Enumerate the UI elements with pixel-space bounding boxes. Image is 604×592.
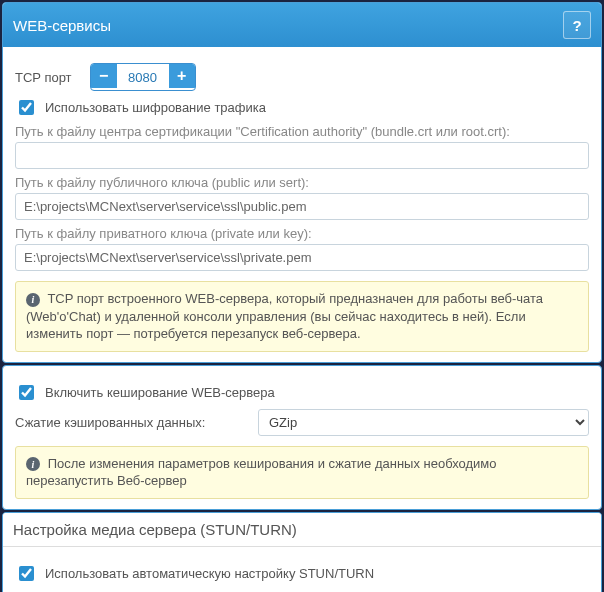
web-services-title: WEB-сервисы [13,17,111,34]
web-services-header: WEB-сервисы ? [3,3,601,47]
auto-stun-checkbox[interactable] [19,566,34,581]
cache-label: Включить кеширование WEB-сервера [45,385,275,400]
public-key-label: Путь к файлу публичного ключа (public ил… [15,175,589,190]
web-services-panel: WEB-сервисы ? TCP порт − + Использовать … [2,2,602,363]
tcp-port-stepper: − + [90,63,196,91]
encrypt-label: Использовать шифрование трафика [45,100,266,115]
cache-body: Включить кеширование WEB-сервера Сжатие … [3,366,601,509]
tcp-port-input[interactable] [117,64,169,90]
cache-panel: Включить кеширование WEB-сервера Сжатие … [2,365,602,510]
web-services-body: TCP порт − + Использовать шифрование тра… [3,47,601,362]
tcp-port-note-text: TCP порт встроенного WEB-сервера, которы… [26,291,543,341]
ca-path-label: Путь к файлу центра сертификации "Certif… [15,124,589,139]
compression-label: Сжатие кэшированных данных: [15,415,250,430]
media-server-header: Настройка медиа сервера (STUN/TURN) [3,513,601,547]
tcp-port-decrement[interactable]: − [91,64,117,88]
info-icon: i [26,457,40,471]
private-key-input[interactable] [15,244,589,271]
private-key-label: Путь к файлу приватного ключа (private и… [15,226,589,241]
media-server-title: Настройка медиа сервера (STUN/TURN) [13,521,297,538]
media-server-body: Использовать автоматическую настройку ST… [3,547,601,592]
help-icon: ? [572,17,581,34]
cache-note-text: После изменения параметров кеширования и… [26,456,497,489]
public-key-input[interactable] [15,193,589,220]
ca-path-input[interactable] [15,142,589,169]
media-server-panel: Настройка медиа сервера (STUN/TURN) Испо… [2,512,602,592]
tcp-port-note: i TCP порт встроенного WEB-сервера, кото… [15,281,589,352]
tcp-port-label: TCP порт [15,70,72,85]
cache-note: i После изменения параметров кеширования… [15,446,589,499]
info-icon: i [26,293,40,307]
auto-stun-label: Использовать автоматическую настройку ST… [45,566,374,581]
encrypt-checkbox[interactable] [19,100,34,115]
cache-checkbox[interactable] [19,385,34,400]
compression-select[interactable]: GZip [258,409,589,436]
tcp-port-increment[interactable]: + [169,64,195,88]
help-button[interactable]: ? [563,11,591,39]
